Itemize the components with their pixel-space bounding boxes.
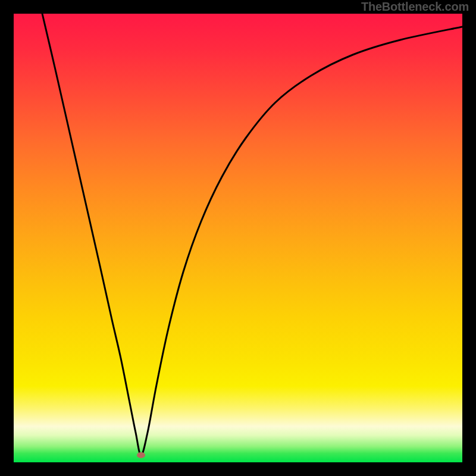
- plot-area: [14, 14, 462, 462]
- attribution-text: TheBottleneck.com: [361, 0, 469, 14]
- gradient-background: [14, 14, 462, 462]
